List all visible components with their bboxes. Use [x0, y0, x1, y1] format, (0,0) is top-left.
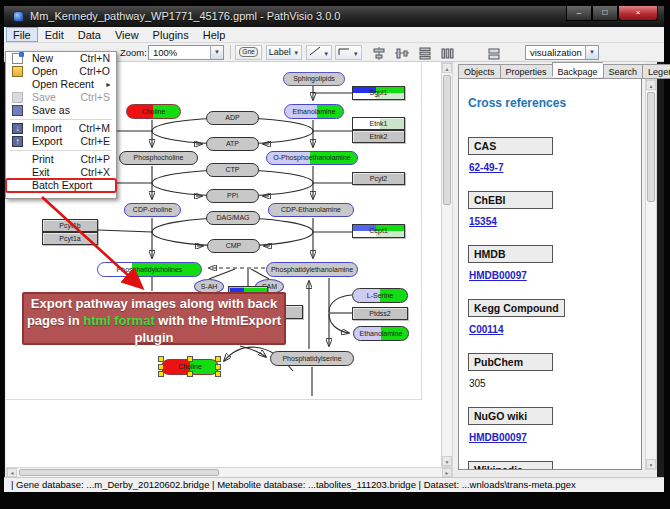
node-sgpl1[interactable]: Sgpl1 [352, 86, 405, 100]
zoom-combobox[interactable]: 100% ▼ [148, 45, 224, 60]
new-line-button[interactable]: ▼ [306, 45, 332, 60]
node-ppi[interactable]: PPi [206, 189, 259, 203]
node-gene-hidden[interactable] [283, 305, 303, 319]
node-dag-mag[interactable]: DAG/MAG [206, 211, 260, 225]
node-label: Choline [127, 108, 180, 115]
file-menu-item-exit[interactable]: ExitCtrl+X [6, 166, 116, 179]
scrollbar-thumb[interactable] [19, 469, 219, 476]
tab-legend[interactable]: Legend [642, 64, 670, 79]
menubar-item-data[interactable]: Data [71, 27, 108, 42]
file-menu-item-batch-export[interactable]: Batch Export [6, 179, 116, 192]
backpage-link-kegg-compound[interactable]: C00114 [469, 324, 641, 335]
node-phosphatidylethanolamine[interactable]: Phosphatidylethanolamine [266, 262, 358, 277]
selection-handle[interactable] [215, 364, 221, 370]
node-ethanolamine-bottom[interactable]: Ethanolamine [353, 326, 409, 341]
node-pcyt1b[interactable]: Pcyt1b [42, 219, 98, 232]
file-menu-item-open-recent[interactable]: Open Recent► [6, 78, 116, 91]
backpage-link-nugo-wiki[interactable]: HMDB00097 [469, 432, 641, 443]
menubar-item-view[interactable]: View [108, 27, 146, 42]
node-ethanolamine-top[interactable]: Ethanolamine [284, 104, 344, 119]
menubar-item-edit[interactable]: Edit [38, 27, 71, 42]
new-label-button[interactable]: Label ▼ [266, 45, 302, 60]
node-adp[interactable]: ADP [206, 111, 259, 125]
node-choline-top[interactable]: Choline [126, 104, 181, 119]
backpage-link-cas[interactable]: 62-49-7 [469, 162, 641, 173]
node-cmp[interactable]: CMP [207, 239, 260, 253]
file-menu-item-print[interactable]: PrintCtrl+P [6, 153, 116, 166]
align-center-y-button[interactable] [393, 45, 410, 60]
scroll-up-arrow[interactable]: ▲ [442, 63, 452, 73]
node-phosphatidylcholines[interactable]: Phosphatidylcholines [97, 262, 202, 277]
menu-item-label: Export [32, 135, 62, 147]
file-menu-item-new[interactable]: NewCtrl+N [6, 52, 116, 65]
desktop-background: Mm_Kennedy_pathway_WP1771_45176.gpml - P… [0, 0, 670, 509]
node-etnk2[interactable]: Etnk2 [352, 130, 405, 143]
distribute-horizontal-button[interactable] [439, 45, 456, 60]
backpage-value-pubchem: 305 [469, 378, 641, 389]
align-center-x-button[interactable] [370, 45, 387, 60]
menubar-item-file[interactable]: File [6, 27, 38, 42]
tab-search[interactable]: Search [603, 64, 643, 79]
chevron-down-icon[interactable]: ▼ [210, 46, 223, 59]
node-phosphatidylserine[interactable]: Phosphatidylserine [270, 351, 354, 366]
backpage-link-chebi[interactable]: 15354 [469, 216, 641, 227]
file-menu-item-save-as[interactable]: Save as [6, 104, 116, 117]
node-pcyt2[interactable]: Pcyt2 [352, 172, 405, 185]
new-connector-button[interactable]: ▼ [335, 45, 362, 60]
common-size-button[interactable] [485, 45, 502, 60]
distribute-vertical-button[interactable] [416, 45, 433, 60]
close-button[interactable]: × [618, 6, 658, 21]
scroll-down-arrow[interactable]: ▼ [442, 456, 452, 466]
node-cdp-ethanolamine[interactable]: CDP-Ethanolamine [268, 203, 354, 217]
scroll-left-arrow[interactable]: ◄ [7, 468, 17, 477]
file-menu-item-open[interactable]: OpenCtrl+O [6, 65, 116, 78]
tab-objects[interactable]: Objects [458, 64, 500, 79]
selection-handle[interactable] [187, 356, 193, 362]
scroll-right-arrow[interactable]: ► [442, 468, 452, 477]
node-ctp[interactable]: CTP [206, 163, 259, 177]
scrollbar-thumb[interactable] [647, 92, 655, 202]
backpage-link-hmdb[interactable]: HMDB00097 [469, 270, 641, 281]
node-ptdss2[interactable]: Ptdss2 [352, 307, 408, 320]
selection-handle[interactable] [187, 371, 193, 377]
file-menu-item-export[interactable]: ↑ExportCtrl+E [6, 135, 116, 148]
selection-handle[interactable] [158, 371, 164, 377]
node-cdp-choline[interactable]: CDP-choline [124, 203, 181, 217]
titlebar[interactable]: Mm_Kennedy_pathway_WP1771_45176.gpml - P… [4, 6, 664, 27]
scroll-up-arrow[interactable]: ▲ [646, 80, 656, 90]
node-atp[interactable]: ATP [206, 137, 259, 151]
selection-handle[interactable] [158, 356, 164, 362]
selection-handle[interactable] [215, 371, 221, 377]
chevron-down-icon[interactable]: ▼ [585, 46, 598, 59]
node-phosphocholine[interactable]: Phosphocholine [119, 151, 198, 165]
menu-item-shortcut: Ctrl+O [79, 65, 110, 78]
selection-handle[interactable] [215, 356, 221, 362]
node-l-serine[interactable]: L-Serine [352, 288, 408, 303]
scrollbar-thumb[interactable] [443, 75, 451, 205]
sidebar-tabs: ObjectsPropertiesBackpageSearchLegend [458, 64, 670, 79]
menubar-item-plugins[interactable]: Plugins [146, 27, 196, 42]
node-label: Phosphatidylcholines [98, 266, 201, 273]
node-cept1[interactable]: Cept1 [352, 224, 405, 238]
menu-item-label: Open [32, 65, 58, 77]
node-pcyt1a[interactable]: Pcyt1a [42, 232, 98, 245]
node-etnk1[interactable]: Etnk1 [352, 117, 405, 130]
node-sphingolipids[interactable]: Sphingolipids [283, 72, 345, 86]
tab-properties[interactable]: Properties [500, 64, 552, 79]
selection-handle[interactable] [158, 364, 164, 370]
menu-item-label: Open Recent [32, 78, 94, 90]
minimize-button[interactable]: – [566, 6, 592, 21]
menubar-item-help[interactable]: Help [196, 27, 233, 42]
file-menu-item-import[interactable]: ↓ImportCtrl+M [6, 122, 116, 135]
statusbar-text: | Gene database: ...m_Derby_20120602.bri… [11, 479, 576, 490]
node-choline-selected[interactable]: Choline [161, 359, 219, 375]
menu-item-shortcut: Ctrl+M [79, 122, 110, 135]
new-datanode-button[interactable]: Gne ▼ [235, 45, 262, 60]
maximize-button[interactable]: □ [592, 6, 618, 21]
node-o-phosphoethanolamine[interactable]: O-Phosphoethanolamine [266, 151, 358, 165]
menu-item-label: Save [32, 91, 56, 103]
tab-backpage[interactable]: Backpage [552, 62, 603, 77]
visualization-combobox[interactable]: visualization ▼ [525, 45, 599, 60]
scroll-down-arrow[interactable]: ▼ [646, 459, 656, 469]
node-label: O-Phosphoethanolamine [267, 154, 357, 161]
